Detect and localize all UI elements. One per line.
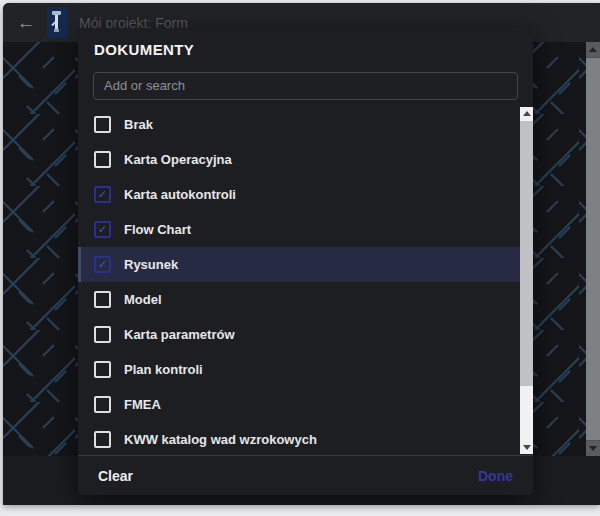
- modal-title: DOKUMENTY: [78, 28, 533, 63]
- list-scroll-up-icon[interactable]: [520, 107, 533, 121]
- page-scrollbar-thumb[interactable]: [586, 58, 600, 440]
- list-item[interactable]: ✓ FMEA: [78, 387, 520, 422]
- checkbox[interactable]: ✓: [94, 396, 111, 413]
- checkbox[interactable]: ✓: [94, 151, 111, 168]
- checkbox[interactable]: ✓: [94, 361, 111, 378]
- back-button[interactable]: ←: [11, 13, 41, 32]
- list-item-label: Rysunek: [124, 257, 178, 272]
- checkbox[interactable]: ✓: [94, 221, 111, 238]
- list-item-label: Karta parametrów: [124, 327, 235, 342]
- modal-footer: Clear Done: [78, 455, 533, 495]
- search-input[interactable]: [93, 72, 518, 100]
- checkbox[interactable]: ✓: [94, 431, 111, 448]
- list-item-label: Plan kontroli: [124, 362, 203, 377]
- list-item-label: Brak: [124, 117, 153, 132]
- app-window: ← Mój projekt: Form DOKUMENTY ✓ Brak: [3, 3, 600, 505]
- list-item[interactable]: ✓ Karta autokontroli: [78, 177, 520, 212]
- check-icon: ✓: [98, 224, 107, 235]
- checkbox[interactable]: ✓: [94, 186, 111, 203]
- list-item[interactable]: ✓ Brak: [78, 107, 520, 142]
- document-rows: ✓ Brak ✓ Karta Operacyjna ✓ Karta autoko…: [78, 107, 520, 455]
- done-button[interactable]: Done: [478, 468, 513, 484]
- list-item[interactable]: ✓ KWW katalog wad wzrokowych: [78, 422, 520, 455]
- scroll-down-icon[interactable]: [586, 441, 600, 456]
- clear-button[interactable]: Clear: [98, 468, 133, 484]
- project-thumbnail-icon: [47, 7, 68, 38]
- page-scrollbar[interactable]: [586, 42, 600, 456]
- list-item-label: Karta Operacyjna: [124, 152, 232, 167]
- list-item-label: Karta autokontroli: [124, 187, 236, 202]
- list-item-label: FMEA: [124, 397, 161, 412]
- list-scrollbar-thumb[interactable]: [520, 121, 533, 386]
- checkbox[interactable]: ✓: [94, 116, 111, 133]
- list-scroll-down-icon[interactable]: [520, 440, 533, 454]
- list-scrollbar[interactable]: [520, 107, 533, 454]
- check-icon: ✓: [98, 189, 107, 200]
- list-item-label: Model: [124, 292, 162, 307]
- list-item[interactable]: ✓ Flow Chart: [78, 212, 520, 247]
- list-item[interactable]: ✓ Karta Operacyjna: [78, 142, 520, 177]
- checkbox[interactable]: ✓: [94, 326, 111, 343]
- dokumenty-modal: DOKUMENTY ✓ Brak ✓ Karta Operacyjna ✓ Ka…: [78, 28, 533, 495]
- scroll-up-icon[interactable]: [586, 42, 600, 57]
- check-icon: ✓: [98, 259, 107, 270]
- list-item[interactable]: ✓ Model: [78, 282, 520, 317]
- checkbox[interactable]: ✓: [94, 291, 111, 308]
- list-item[interactable]: ✓ Karta parametrów: [78, 317, 520, 352]
- list-item[interactable]: ✓ Rysunek: [78, 247, 520, 282]
- list-item[interactable]: ✓ Plan kontroli: [78, 352, 520, 387]
- list-item-label: KWW katalog wad wzrokowych: [124, 432, 317, 447]
- document-list: ✓ Brak ✓ Karta Operacyjna ✓ Karta autoko…: [78, 107, 533, 455]
- checkbox[interactable]: ✓: [94, 256, 111, 273]
- list-item-label: Flow Chart: [124, 222, 191, 237]
